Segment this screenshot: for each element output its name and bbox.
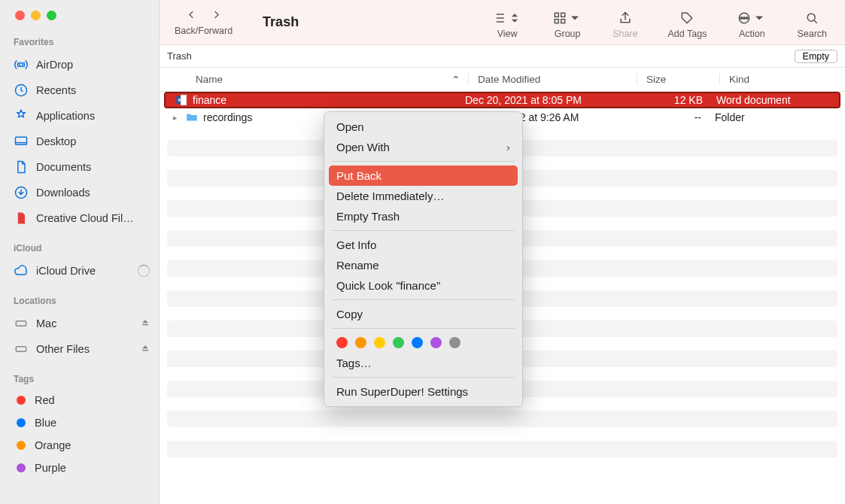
svg-rect-6 bbox=[555, 13, 558, 17]
sidebar-item-label: Mac bbox=[36, 317, 56, 329]
sidebar: Favorites AirDrop Recents Applications D… bbox=[0, 0, 160, 504]
svg-rect-5 bbox=[16, 347, 26, 352]
svg-text:W: W bbox=[178, 98, 183, 102]
ctx-separator bbox=[332, 377, 515, 378]
column-header-size[interactable]: Size bbox=[637, 74, 719, 85]
ctx-copy[interactable]: Copy bbox=[324, 304, 522, 324]
column-header-kind[interactable]: Kind bbox=[719, 74, 845, 85]
sidebar-item-label: Purple bbox=[35, 462, 66, 474]
ctx-get-info[interactable]: Get Info bbox=[324, 235, 522, 255]
chevron-right-icon: › bbox=[506, 141, 510, 153]
file-size: -- bbox=[632, 111, 715, 123]
grid-icon bbox=[552, 11, 582, 26]
sidebar-item-mac[interactable]: Mac bbox=[0, 311, 159, 336]
file-name: finance bbox=[193, 94, 226, 106]
sidebar-item-label: iCloud Drive bbox=[36, 265, 96, 277]
share-icon bbox=[618, 11, 633, 26]
forward-button[interactable] bbox=[211, 9, 222, 23]
tag-dot-icon bbox=[17, 396, 26, 405]
sidebar-item-applications[interactable]: Applications bbox=[0, 103, 159, 129]
sidebar-tag-orange[interactable]: Orange bbox=[0, 434, 159, 457]
toolbar-group[interactable]: Group bbox=[552, 11, 582, 39]
column-header-name[interactable]: Name⌃ bbox=[160, 74, 468, 86]
sidebar-tag-purple[interactable]: Purple bbox=[0, 457, 159, 479]
path-location[interactable]: Trash bbox=[167, 50, 192, 62]
back-button[interactable] bbox=[186, 9, 197, 23]
tag-swatch-yellow[interactable] bbox=[374, 337, 385, 348]
file-kind: Folder bbox=[715, 111, 845, 123]
action-icon bbox=[737, 11, 767, 26]
ctx-separator bbox=[332, 299, 515, 300]
sidebar-item-icloud-drive[interactable]: iCloud Drive bbox=[0, 258, 159, 284]
sidebar-item-label: Downloads bbox=[36, 187, 90, 199]
svg-rect-4 bbox=[16, 321, 26, 326]
disk-icon bbox=[14, 316, 29, 331]
disclosure-triangle-icon[interactable]: ▸ bbox=[173, 113, 181, 123]
tag-swatch-red[interactable] bbox=[336, 337, 348, 348]
svg-rect-2 bbox=[16, 137, 27, 144]
tag-dot-icon bbox=[17, 463, 26, 472]
file-size: 12 KB bbox=[634, 94, 716, 106]
svg-point-12 bbox=[740, 17, 743, 19]
sidebar-item-label: Desktop bbox=[36, 135, 76, 147]
sidebar-tag-blue[interactable]: Blue bbox=[0, 411, 159, 434]
ctx-tag-swatches bbox=[324, 332, 522, 353]
tag-swatch-orange[interactable] bbox=[355, 337, 366, 348]
ctx-empty-trash[interactable]: Empty Trash bbox=[324, 206, 522, 226]
tag-swatch-blue[interactable] bbox=[412, 337, 423, 348]
clock-icon bbox=[14, 83, 29, 98]
toolbar-label: Add Tags bbox=[667, 29, 707, 39]
sidebar-item-creative-cloud[interactable]: Creative Cloud Fil… bbox=[0, 205, 159, 231]
tag-swatch-gray[interactable] bbox=[449, 337, 460, 348]
toolbar-label: Back/Forward bbox=[175, 26, 233, 36]
ctx-quick-look[interactable]: Quick Look "finance" bbox=[324, 275, 522, 296]
svg-rect-9 bbox=[561, 19, 565, 23]
empty-trash-button[interactable]: Empty bbox=[795, 50, 837, 63]
ctx-put-back[interactable]: Put Back bbox=[329, 165, 518, 186]
toolbar-back-forward: Back/Forward bbox=[175, 9, 233, 36]
ctx-separator bbox=[332, 328, 515, 329]
tag-swatch-green[interactable] bbox=[393, 337, 404, 348]
file-name: recordings bbox=[203, 111, 252, 123]
sidebar-tag-red[interactable]: Red bbox=[0, 389, 159, 411]
sidebar-item-label: Recents bbox=[36, 84, 76, 96]
ctx-rename[interactable]: Rename bbox=[324, 255, 522, 275]
ctx-delete-immediately[interactable]: Delete Immediately… bbox=[324, 186, 522, 206]
sidebar-section-icloud: iCloud bbox=[0, 243, 159, 258]
sidebar-item-airdrop[interactable]: AirDrop bbox=[0, 52, 159, 77]
file-row-selected[interactable]: W finance Dec 20, 2021 at 8:05 PM 12 KB … bbox=[164, 92, 840, 108]
minimize-window-button[interactable] bbox=[31, 11, 41, 20]
toolbar-share: Share bbox=[612, 11, 637, 39]
ctx-open[interactable]: Open bbox=[324, 117, 522, 137]
applications-icon bbox=[14, 108, 29, 123]
svg-rect-7 bbox=[561, 13, 565, 17]
sidebar-item-downloads[interactable]: Downloads bbox=[0, 180, 159, 205]
eject-icon[interactable] bbox=[141, 317, 150, 329]
ctx-open-with[interactable]: Open With› bbox=[324, 137, 522, 157]
sidebar-item-label: Creative Cloud Fil… bbox=[36, 212, 134, 224]
column-header-date[interactable]: Date Modified bbox=[468, 74, 637, 85]
ctx-tags[interactable]: Tags… bbox=[324, 353, 522, 373]
toolbar-add-tags[interactable]: Add Tags bbox=[667, 11, 707, 39]
toolbar-label: Search bbox=[797, 29, 827, 39]
window-title: Trash bbox=[263, 14, 299, 30]
sidebar-item-recents[interactable]: Recents bbox=[0, 77, 159, 103]
sidebar-item-other-files[interactable]: Other Files bbox=[0, 336, 159, 362]
eject-icon[interactable] bbox=[141, 343, 150, 355]
toolbar-view[interactable]: View bbox=[492, 11, 522, 39]
sidebar-item-label: AirDrop bbox=[36, 59, 73, 71]
path-bar: Trash Empty bbox=[160, 45, 845, 68]
sidebar-item-documents[interactable]: Documents bbox=[0, 154, 159, 180]
sidebar-item-label: Orange bbox=[35, 439, 71, 451]
tag-swatch-purple[interactable] bbox=[430, 337, 442, 348]
toolbar-search[interactable]: Search bbox=[797, 11, 827, 39]
zoom-window-button[interactable] bbox=[47, 11, 56, 20]
creative-cloud-icon bbox=[14, 211, 29, 226]
sidebar-item-label: Red bbox=[35, 394, 55, 406]
sidebar-item-desktop[interactable]: Desktop bbox=[0, 129, 159, 154]
ctx-run-superduper[interactable]: Run SuperDuper! Settings bbox=[324, 381, 522, 402]
toolbar-action[interactable]: Action bbox=[737, 11, 767, 39]
sync-progress-icon bbox=[138, 265, 150, 277]
column-headers: Name⌃ Date Modified Size Kind bbox=[160, 68, 845, 92]
close-window-button[interactable] bbox=[15, 11, 25, 20]
